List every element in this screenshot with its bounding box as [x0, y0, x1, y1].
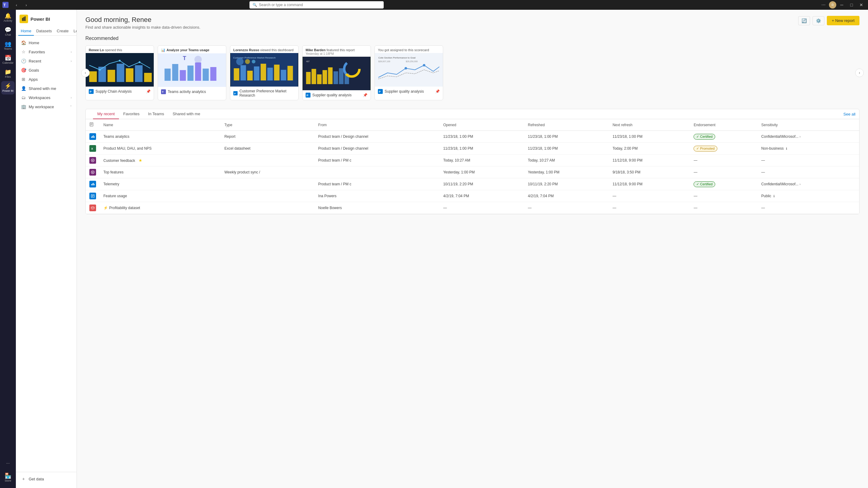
supplier1-badge-icon: P — [306, 93, 310, 98]
powerbi-logo — [20, 14, 28, 23]
table-row[interactable]: Top features Weekly product sync / Yeste… — [86, 166, 859, 178]
rec-card-footer-teams: T Teams activity analytics — [158, 87, 226, 97]
user-avatar[interactable]: R — [829, 1, 836, 8]
promoted-badge: ✓ Promoted — [693, 146, 717, 152]
tab-shared-with-me[interactable]: Shared with me — [168, 109, 204, 119]
rec-card-thumb-supplier-1: 487 — [303, 57, 371, 90]
nav-item-recent[interactable]: 🕐 Recent › — [17, 56, 75, 66]
row-opened-telemetry: 10/11/19, 2:20 PM — [439, 178, 524, 190]
table-row[interactable]: Telemetry Product team / PM c 10/11/19, … — [86, 178, 859, 190]
rec-card-teams-usage[interactable]: 📊Analyze your Teams usage — [158, 45, 226, 100]
sidebar-item-store[interactable]: 🏪 Store — [1, 471, 14, 484]
table-row[interactable]: Customer feedback ★ Product team / PM c … — [86, 155, 859, 166]
nav-item-myworkspace[interactable]: 🏢 My workspace ˅ — [17, 102, 75, 111]
row-opened-profitability: — — [439, 202, 524, 214]
sidebar-item-teams[interactable]: 👥 Teams — [1, 39, 14, 53]
rec-card-footer-scorecard: P Supplier quality analysis 📌 — [375, 87, 443, 96]
svg-rect-50 — [312, 69, 316, 84]
row-icon-teams-analytics — [86, 131, 100, 143]
sidebar-item-activity[interactable]: 🔔 Activity — [1, 11, 14, 24]
sidebar-item-files[interactable]: 📁 Files — [1, 67, 14, 80]
nav-item-workspaces[interactable]: 🗂 Workspaces › — [17, 93, 75, 102]
sidebar-item-calendar[interactable]: 📅 Calendar — [1, 53, 14, 66]
refresh-button[interactable]: 🔄 — [798, 16, 810, 25]
see-all-link[interactable]: See all — [843, 112, 856, 117]
rec-card-customer-pref[interactable]: Lorenzzo Russo viewed this dashboard Cus… — [230, 45, 299, 100]
nav-item-home[interactable]: 🏠 Home — [17, 38, 75, 47]
table-row[interactable]: Teams analytics Report Product team / De… — [86, 131, 859, 143]
myworkspace-nav-label: My workspace — [29, 104, 68, 109]
row-endorsement-teams-analytics: ✓ Certified — [690, 131, 757, 143]
tab-learn[interactable]: Learn — [71, 27, 77, 36]
row-icon-top-features — [86, 166, 100, 178]
svg-rect-11 — [126, 68, 133, 82]
myworkspace-arrow-icon: ˅ — [70, 105, 72, 108]
nav-item-goals[interactable]: 🎯 Goals — [17, 66, 75, 75]
svg-rect-12 — [135, 65, 143, 82]
rec-card-thumb-customer: Customer Preference Market Research — [230, 53, 298, 87]
table-row[interactable]: X Product MAU, DAU, and NPS Excel datash… — [86, 143, 859, 155]
svg-text:P: P — [307, 94, 308, 97]
svg-rect-25 — [203, 69, 209, 81]
forward-button[interactable]: › — [22, 1, 31, 9]
svg-rect-89 — [94, 184, 95, 185]
tab-in-teams[interactable]: In Teams — [144, 109, 169, 119]
row-opened-top-features: Yesterday, 1:00 PM — [439, 166, 524, 178]
tab-datasets[interactable]: Datasets — [34, 27, 54, 36]
tab-home[interactable]: Home — [18, 27, 34, 36]
teams-logo: T — [2, 2, 8, 8]
rec-card-scorecard[interactable]: You got assigned to this scorecard Cote … — [374, 45, 443, 100]
svg-rect-88 — [93, 183, 94, 185]
row-next-refresh-top-features: 9/18/18, 3:50 PM — [609, 166, 690, 178]
close-button[interactable]: ✕ — [857, 1, 866, 9]
nav-item-favorites[interactable]: ☆ Favorites › — [17, 47, 75, 56]
minimize-button[interactable]: ─ — [837, 1, 846, 9]
search-bar[interactable]: 🔍 — [249, 1, 384, 8]
search-input[interactable] — [259, 3, 381, 7]
workspaces-nav-label: Workspaces — [29, 95, 68, 100]
new-report-button[interactable]: + New report — [827, 16, 860, 25]
tab-create[interactable]: Create — [54, 27, 71, 36]
tab-favorites[interactable]: Favorites — [119, 109, 144, 119]
svg-rect-77 — [94, 136, 95, 138]
rec-next-button[interactable]: › — [855, 69, 864, 77]
row-from-product-mau: Product team / Design channel — [314, 143, 439, 155]
row-type-feature-usage — [221, 190, 315, 202]
svg-text:T: T — [183, 55, 186, 61]
blue-type-icon — [89, 193, 96, 199]
settings-button[interactable]: ⚙️ — [812, 16, 825, 25]
tab-my-recent[interactable]: My recent — [93, 109, 119, 119]
row-refreshed-top-features: Yesterday, 1:00 PM — [524, 166, 609, 178]
row-from-top-features — [314, 166, 439, 178]
sidebar-item-more[interactable]: ··· — [1, 456, 14, 470]
activity-label: Activity — [4, 19, 12, 22]
supply-chain-card-title: Supply Chain Analysis — [95, 89, 132, 94]
page-subtitle: Find and share actionable insights to ma… — [85, 25, 200, 30]
row-name-teams-analytics: Teams analytics — [100, 131, 221, 143]
table-row[interactable]: Feature usage Ina Powers 4/2/19, 7:04 PM… — [86, 190, 859, 202]
rec-prev-button[interactable]: ‹ — [81, 69, 90, 77]
row-sensitivity-top-features: — — [757, 166, 859, 178]
left-navigation: Power BI Home Datasets Create Learn Abou… — [16, 10, 77, 488]
nav-item-shared[interactable]: 👤 Shared with me — [17, 84, 75, 93]
nav-item-getdata[interactable]: + Get data — [21, 475, 72, 483]
rec-card-supplier-quality-1[interactable]: Mike Barden featured this reportYesterda… — [302, 45, 371, 100]
svg-text:T: T — [3, 3, 6, 7]
sidebar-item-chat[interactable]: 💬 Chat — [1, 25, 14, 38]
back-button[interactable]: ‹ — [12, 1, 21, 9]
maximize-button[interactable]: □ — [847, 1, 856, 9]
svg-rect-53 — [328, 67, 333, 84]
rec-card-supply-chain[interactable]: Renee Lo opened this — [85, 45, 154, 100]
table-row[interactable]: ⚡Profitability dataset Noelle Bowers — —… — [86, 202, 859, 214]
store-label: Store — [5, 479, 11, 482]
app-header: Power BI — [16, 12, 76, 27]
more-options-button[interactable]: ··· — [819, 1, 828, 9]
col-header-endorsement: Endorsement — [690, 119, 757, 131]
row-next-refresh-customer-feedback: 11/12/18, 9:00 PM — [609, 155, 690, 166]
sidebar-item-powerbi[interactable]: ⚡ Power BI — [1, 81, 14, 95]
nav-item-apps[interactable]: ⊞ Apps — [17, 75, 75, 84]
calendar-icon: 📅 — [5, 55, 11, 61]
row-sensitivity-telemetry: Confidential\Microsof... › — [757, 178, 859, 190]
svg-rect-37 — [261, 64, 266, 80]
svg-point-66 — [423, 64, 426, 66]
